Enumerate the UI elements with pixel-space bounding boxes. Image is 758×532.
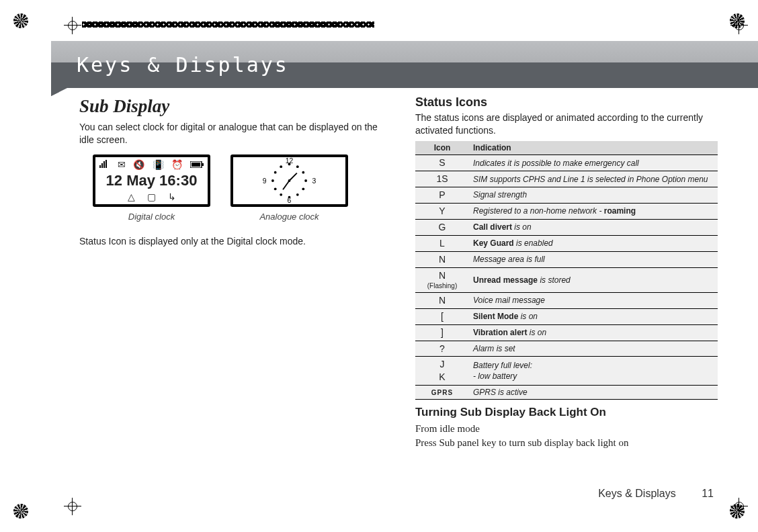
- th-icon: Icon: [415, 141, 469, 155]
- table-row: SIndicates it is possible to make emerge…: [415, 155, 718, 171]
- table-row: GPRSGPRS is active: [415, 386, 718, 400]
- crop-mark: [730, 17, 748, 34]
- indication-cell: Message area is full: [469, 251, 718, 267]
- th-indication: Indication: [469, 141, 718, 155]
- icon-cell: Y: [415, 203, 469, 219]
- page-content: Sub Display You can select clock for dig…: [79, 94, 718, 492]
- mute-icon: ▢: [147, 191, 156, 204]
- svg-point-19: [280, 166, 282, 169]
- alarm-icon: ⏰: [171, 159, 183, 171]
- sub-display-heading: Sub Display: [79, 94, 382, 118]
- table-row: [Silent Mode is on: [415, 308, 718, 324]
- icon-cell: 1S: [415, 171, 469, 187]
- table-row: PSignal strength: [415, 187, 718, 204]
- icon-cell: N: [415, 251, 469, 267]
- banner-title: Keys & Displays: [77, 53, 289, 77]
- svg-point-16: [274, 188, 277, 191]
- table-row: J KBattery full level: - low battery: [415, 357, 718, 386]
- clock-labels: Digital clock Analogue clock: [93, 211, 382, 223]
- icon-cell: N: [415, 292, 469, 308]
- analogue-clock-illustration: 12 3 6 9: [230, 154, 348, 207]
- clock-9: 9: [263, 177, 267, 185]
- sub-display-intro: You can select clock for digital or anal…: [79, 121, 382, 146]
- backlight-heading: Turning Sub Display Back Light On: [415, 405, 718, 420]
- arrow-icon: ↳: [168, 191, 176, 204]
- clock-examples: ✉ 🔇 📳 ⏰ 12 May 16:30 △ ▢ ↳: [93, 154, 382, 207]
- svg-point-9: [296, 166, 299, 169]
- footer-section: Keys & Displays: [598, 488, 676, 499]
- icon-cell: ?: [415, 341, 469, 357]
- icon-cell: J K: [415, 357, 469, 386]
- svg-rect-2: [103, 161, 105, 168]
- table-row: NVoice mail message: [415, 292, 718, 308]
- status-icon-table: Icon Indication SIndicates it is possibl…: [415, 141, 718, 400]
- footer-page-number: 11: [702, 488, 714, 499]
- status-icons-intro: The status icons are displayed or animat…: [415, 112, 718, 137]
- svg-point-15: [280, 193, 282, 196]
- mail-icon: ✉: [118, 159, 126, 171]
- svg-line-21: [283, 181, 289, 189]
- decorative-divider: [82, 21, 374, 28]
- status-icon-note: Status Icon is displayed only at the Dig…: [79, 235, 382, 248]
- indication-cell: Signal strength: [469, 187, 718, 204]
- page-footer: Keys & Displays 11: [598, 488, 714, 500]
- section-banner: Keys & Displays: [51, 41, 758, 88]
- clock-3: 3: [312, 177, 317, 185]
- icon-cell: N(Flashing): [415, 267, 469, 292]
- table-row: LKey Guard is enabled: [415, 235, 718, 251]
- svg-point-18: [274, 171, 277, 174]
- indication-cell: Alarm is set: [469, 341, 718, 357]
- svg-point-11: [304, 179, 307, 182]
- svg-rect-3: [106, 160, 107, 168]
- analogue-label: Analogue clock: [230, 211, 348, 223]
- svg-point-13: [296, 193, 299, 196]
- table-row: ]Vibration alert is on: [415, 324, 718, 341]
- vibration-icon: 📳: [153, 159, 164, 171]
- table-row: GCall divert is on: [415, 219, 718, 235]
- table-row: YRegistered to a non-home network - roam…: [415, 203, 718, 219]
- indication-cell: Key Guard is enabled: [469, 235, 718, 251]
- svg-rect-1: [101, 163, 103, 168]
- svg-point-22: [288, 179, 291, 182]
- icon-cell: [: [415, 308, 469, 324]
- backlight-line1: From idle mode: [415, 422, 718, 435]
- svg-rect-5: [202, 163, 204, 166]
- status-bar-icons: ✉ 🔇 📳 ⏰: [95, 159, 208, 171]
- indication-cell: Vibration alert is on: [469, 324, 718, 341]
- icon-cell: GPRS: [415, 386, 469, 400]
- indication-cell: Indicates it is possible to make emergen…: [469, 155, 718, 171]
- digital-label: Digital clock: [93, 211, 210, 223]
- indication-cell: Call divert is on: [469, 219, 718, 235]
- indication-cell: GPRS is active: [469, 386, 718, 400]
- svg-point-12: [302, 188, 304, 191]
- table-row: N(Flashing)Unread message is stored: [415, 267, 718, 292]
- svg-rect-6: [192, 163, 200, 167]
- bottom-icons: △ ▢ ↳: [128, 191, 176, 204]
- icon-cell: ]: [415, 324, 469, 341]
- registration-mark: [13, 504, 28, 519]
- svg-point-10: [302, 171, 304, 174]
- table-row: ?Alarm is set: [415, 341, 718, 357]
- status-icons-heading: Status Icons: [415, 94, 718, 110]
- indication-cell: Silent Mode is on: [469, 308, 718, 324]
- clock-12: 12: [286, 158, 294, 165]
- indication-cell: Battery full level: - low battery: [469, 357, 718, 386]
- icon-cell: P: [415, 187, 469, 204]
- crop-mark: [730, 498, 748, 515]
- digital-clock-illustration: ✉ 🔇 📳 ⏰ 12 May 16:30 △ ▢ ↳: [93, 154, 210, 207]
- svg-line-20: [290, 173, 297, 181]
- left-column: Sub Display You can select clock for dig…: [79, 94, 382, 492]
- table-row: NMessage area is full: [415, 251, 718, 267]
- clock-6: 6: [288, 197, 292, 204]
- backlight-line2: Press Sub panel key to turn sub display …: [415, 436, 718, 449]
- table-row: 1SSIM supports CPHS and Line 1 is select…: [415, 171, 718, 187]
- indication-cell: Voice mail message: [469, 292, 718, 308]
- registration-mark: [13, 13, 28, 28]
- crop-mark: [64, 17, 81, 34]
- svg-point-17: [271, 179, 274, 182]
- svg-rect-0: [99, 165, 101, 168]
- silent-icon: 🔇: [133, 159, 144, 171]
- right-column: Status Icons The status icons are displa…: [415, 94, 718, 492]
- battery-icon: [190, 159, 204, 171]
- indication-cell: SIM supports CPHS and Line 1 is selected…: [469, 171, 718, 187]
